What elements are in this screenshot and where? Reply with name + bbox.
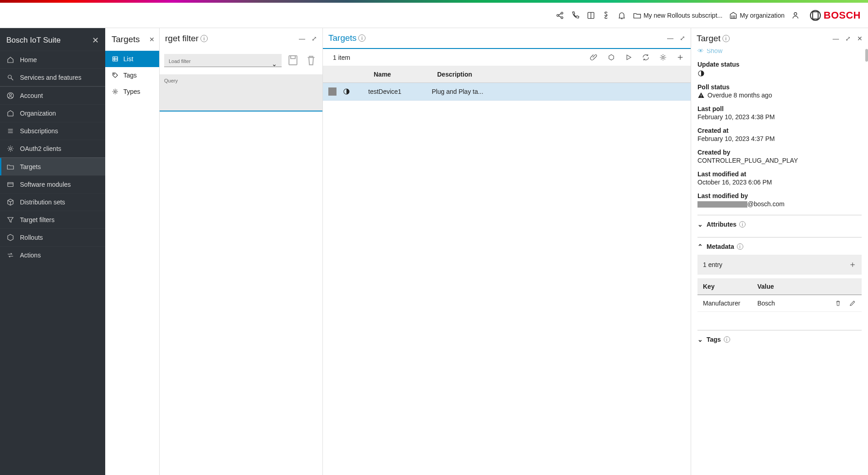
- subnav-item-tags[interactable]: Tags: [105, 67, 159, 83]
- tags-label: Tags: [707, 336, 721, 343]
- sidebar-item-label: Actions: [20, 252, 41, 259]
- delete-filter-icon[interactable]: [304, 53, 318, 67]
- status-square-icon: [328, 87, 336, 96]
- refresh-icon[interactable]: [642, 53, 650, 62]
- book-icon[interactable]: [586, 11, 595, 20]
- show-toggle[interactable]: 👁Show: [697, 49, 862, 54]
- targets-subnav: Targets ✕ List Tags Types: [105, 28, 160, 475]
- minimize-icon[interactable]: —: [299, 35, 305, 42]
- bosch-ring-icon: [810, 10, 821, 21]
- last-modified-by-label: Last modified by: [697, 192, 862, 199]
- cube-icon: [6, 198, 15, 206]
- redacted-text: [697, 201, 747, 208]
- sidebar-item-distribution[interactable]: Distribution sets: [0, 193, 105, 211]
- load-filter-select[interactable]: Load filter ⌄: [164, 54, 282, 67]
- info-icon[interactable]: i: [722, 35, 730, 42]
- svg-line-12: [11, 78, 14, 81]
- edit-meta-icon[interactable]: [849, 300, 856, 307]
- chevron-down-icon: ⌄: [697, 336, 704, 343]
- targets-panel-title: Targetsi: [328, 33, 366, 43]
- subnav-item-list[interactable]: List: [105, 51, 159, 67]
- section-icon[interactable]: [602, 11, 611, 20]
- expand-icon[interactable]: ⤢: [680, 34, 685, 42]
- metadata-row: Manufacturer Bosch: [697, 295, 862, 312]
- svg-point-27: [114, 91, 116, 92]
- minimize-icon[interactable]: —: [667, 34, 673, 42]
- meta-col-key: Key: [697, 278, 752, 295]
- query-label: Query: [164, 78, 318, 83]
- created-at-value: February 10, 2023 4:37 PM: [697, 135, 862, 142]
- close-icon[interactable]: ✕: [857, 35, 863, 42]
- sidebar-item-actions[interactable]: Actions: [0, 246, 105, 264]
- expand-icon[interactable]: ⤢: [312, 35, 317, 42]
- sidebar-item-account[interactable]: Account: [0, 87, 105, 104]
- sidebar-item-rollouts[interactable]: Rollouts: [0, 228, 105, 246]
- chevron-up-icon: ⌃: [697, 243, 704, 250]
- sidebar-close-icon[interactable]: ✕: [92, 35, 99, 45]
- save-filter-icon[interactable]: [286, 53, 300, 67]
- org-selector[interactable]: My organization: [729, 11, 785, 20]
- topbar: My new Rollouts subscript... My organiza…: [0, 3, 868, 28]
- attributes-label: Attributes: [707, 221, 736, 228]
- bell-icon[interactable]: [617, 11, 626, 20]
- phone-icon[interactable]: [571, 11, 580, 20]
- filter-panel-title: rget filteri: [165, 34, 208, 44]
- subnav-item-types[interactable]: Types: [105, 83, 159, 100]
- info-icon[interactable]: i: [724, 336, 730, 343]
- grid-icon: [112, 55, 119, 63]
- info-icon[interactable]: i: [200, 35, 208, 42]
- settings-icon[interactable]: [659, 53, 667, 62]
- info-icon[interactable]: i: [358, 34, 366, 42]
- subscription-label: My new Rollouts subscript...: [644, 12, 722, 19]
- sidebar-item-subscriptions[interactable]: Subscriptions: [0, 122, 105, 140]
- sidebar-item-targets[interactable]: Targets: [0, 158, 105, 175]
- eye-icon: 👁: [697, 49, 704, 54]
- table-row[interactable]: testDevice1 Plug and Play ta...: [323, 83, 691, 101]
- box-icon[interactable]: [607, 53, 615, 62]
- user-icon[interactable]: [791, 11, 800, 20]
- subscription-selector[interactable]: My new Rollouts subscript...: [633, 11, 722, 20]
- info-icon[interactable]: i: [737, 243, 743, 250]
- sidebar-item-label: Subscriptions: [20, 127, 58, 135]
- update-status-label: Update status: [697, 61, 862, 68]
- sidebar-item-services[interactable]: Services and features: [0, 68, 105, 87]
- home-icon: [6, 56, 15, 64]
- attributes-section-toggle[interactable]: ⌄ Attributes i: [697, 215, 862, 230]
- targets-table-header: Name Description: [323, 66, 691, 83]
- sidebar-item-oauth[interactable]: OAuth2 clients: [0, 140, 105, 158]
- sidebar-item-filters[interactable]: Target filters: [0, 211, 105, 228]
- sidebar-item-label: Home: [20, 56, 37, 63]
- target-filter-panel: rget filteri — ⤢ Load filter ⌄ Query: [160, 28, 323, 475]
- scrollbar-thumb[interactable]: [865, 49, 868, 62]
- share-icon[interactable]: [556, 11, 565, 20]
- add-metadata-icon[interactable]: [849, 261, 856, 268]
- sidebar-item-label: Target filters: [20, 216, 54, 223]
- sidebar-item-label: Software modules: [20, 181, 71, 188]
- expand-icon[interactable]: ⤢: [845, 35, 851, 42]
- row-name: testDevice1: [368, 88, 432, 95]
- subnav-close-icon[interactable]: ✕: [149, 36, 155, 43]
- sidebar-item-home[interactable]: Home: [0, 51, 105, 68]
- load-filter-label: Load filter: [169, 58, 277, 64]
- delete-meta-icon[interactable]: [834, 300, 842, 307]
- attach-icon[interactable]: [590, 53, 598, 62]
- subnav-item-label: Types: [123, 88, 140, 95]
- subnav-item-label: List: [123, 55, 133, 63]
- svg-point-14: [10, 94, 12, 96]
- minimize-icon[interactable]: —: [833, 35, 839, 42]
- sidebar-item-label: Targets: [20, 163, 41, 170]
- info-icon[interactable]: i: [739, 221, 746, 228]
- play-icon[interactable]: [624, 53, 633, 62]
- bosch-logo: BOSCH: [810, 10, 861, 21]
- sidebar-header: Bosch IoT Suite ✕: [0, 28, 105, 51]
- add-icon[interactable]: [676, 53, 684, 62]
- sidebar-item-label: Services and features: [20, 74, 81, 81]
- sidebar-item-organization[interactable]: Organization: [0, 104, 105, 122]
- metadata-section-toggle[interactable]: ⌃ Metadata i: [697, 238, 862, 252]
- col-name: Name: [368, 66, 432, 82]
- query-input[interactable]: Query: [160, 74, 322, 111]
- sidebar-item-software[interactable]: Software modules: [0, 175, 105, 193]
- gear-icon: [6, 145, 15, 153]
- tags-section-toggle[interactable]: ⌄ Tags i: [697, 330, 862, 345]
- module-icon: [6, 180, 15, 189]
